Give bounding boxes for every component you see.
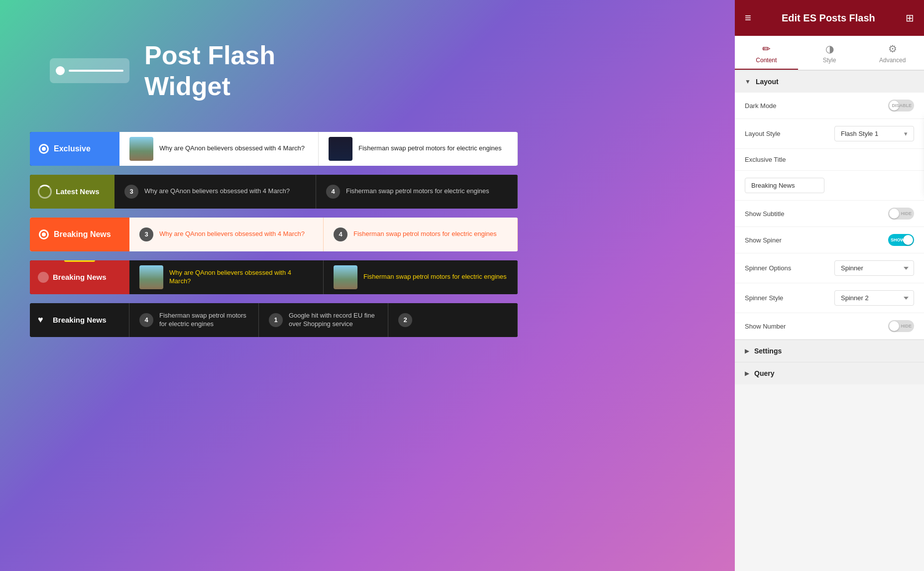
icon-line-decoration <box>69 70 123 72</box>
bar1-news-items: Why are QAnon believers obsessed with 4 … <box>119 132 518 166</box>
bar1-news-item-1: Why are QAnon believers obsessed with 4 … <box>119 132 319 166</box>
settings-section-header[interactable]: ▶ Settings <box>735 340 924 362</box>
flash-bar-5: ♥ Breaking News 4 Fisherman swap petrol … <box>30 303 518 337</box>
bar4-news-items: Why are QAnon believers obsessed with 4 … <box>129 260 518 294</box>
bar2-label-section: Latest News <box>30 175 115 209</box>
bar2-label: Latest News <box>56 187 100 196</box>
spinner-options-select[interactable]: Spinner Spinner 2 Spinner 3 <box>834 260 914 276</box>
right-panel: ≡ Edit ES Posts Flash ⊞ ✏ Content ◑ Styl… <box>735 0 924 571</box>
bar2-news-items: 3 Why are QAnon believers obsessed with … <box>115 175 518 209</box>
bar3-label: Breaking News <box>54 230 111 239</box>
bar3-news-text-2: Fisherman swap petrol motors for electri… <box>353 230 497 238</box>
bar5-num-1: 4 <box>139 313 153 327</box>
tab-content[interactable]: ✏ Content <box>735 36 798 70</box>
hamburger-icon[interactable]: ≡ <box>745 11 751 24</box>
flash-bar-1: Exclusive Why are QAnon believers obsess… <box>30 132 518 166</box>
spinner-toggle-text: SHOW <box>891 237 905 242</box>
query-chevron: ▶ <box>745 370 749 377</box>
show-number-label: Show Number <box>745 323 883 330</box>
exclusive-title-input-row <box>735 171 924 201</box>
number-knob <box>889 321 899 331</box>
bar3-news-item-1: 3 Why are QAnon believers obsessed with … <box>129 218 324 251</box>
bar5-num-2: 1 <box>269 313 283 327</box>
show-spinner-label: Show Spiner <box>745 236 883 244</box>
bar4-news-item-2: Fisherman swap petrol motors for electri… <box>324 260 518 294</box>
dark-mode-row: Dark Mode DISABLE <box>735 93 924 119</box>
spinner-style-row: Spinner Style Spinner 1 Spinner 2 Spinne… <box>735 283 924 313</box>
bar1-label-section: Exclusive <box>30 132 119 166</box>
layout-section-header[interactable]: ▼ Layout <box>735 70 924 93</box>
layout-style-label: Layout Style <box>745 130 829 137</box>
spinner-style-label: Spinner Style <box>745 294 829 302</box>
bar1-news-text-1: Why are QAnon believers obsessed with 4 … <box>159 144 305 153</box>
bar2-news-item-2: 4 Fisherman swap petrol motors for elect… <box>316 175 518 209</box>
query-section-title: Query <box>754 369 774 377</box>
spinner-style-select[interactable]: Spinner 1 Spinner 2 Spinner 3 <box>834 290 914 306</box>
bar5-label: Breaking News <box>53 316 107 324</box>
bar1-thumb-1 <box>129 137 153 161</box>
bar4-label: Breaking News <box>53 273 107 281</box>
exclusive-title-label: Exclusive Title <box>745 156 914 163</box>
show-spinner-toggle[interactable]: SHOW <box>888 234 914 246</box>
style-tab-label: Style <box>823 57 836 64</box>
show-subtitle-row: Show Subtitle HIDE <box>735 201 924 227</box>
bar5-news-text-2: Google hit with record EU fine over Shop… <box>289 312 378 329</box>
bar4-thumb-2 <box>334 265 357 289</box>
tab-advanced[interactable]: ⚙ Advanced <box>861 36 924 70</box>
bar3-label-section: Breaking News <box>30 218 129 251</box>
widget-title: Post FlashWidget <box>144 40 275 102</box>
show-spinner-row: Show Spiner SHOW <box>735 227 924 253</box>
flash-bar-4: Exclusive Breaking News Why are QAnon be… <box>30 260 518 294</box>
bar5-news-item-3: 2 <box>388 303 518 337</box>
icon-circle-decoration <box>56 66 65 75</box>
bar5-num-3: 2 <box>398 313 412 327</box>
tab-bar: ✏ Content ◑ Style ⚙ Advanced <box>735 36 924 70</box>
panel-content: ▼ Layout Dark Mode DISABLE Layout Style … <box>735 70 924 571</box>
bar1-news-item-2: Fisherman swap petrol motors for electri… <box>319 132 518 166</box>
exclusive-title-input[interactable] <box>745 178 824 193</box>
show-subtitle-label: Show Subtitle <box>745 210 883 218</box>
bar4-news-text-2: Fisherman swap petrol motors for electri… <box>363 273 507 281</box>
bar4-label-section: Exclusive Breaking News <box>30 260 129 294</box>
widget-title-area: Post FlashWidget <box>50 40 705 102</box>
dark-mode-label: Dark Mode <box>745 102 883 110</box>
grid-icon[interactable]: ⊞ <box>906 12 914 24</box>
bar4-news-item-1: Why are QAnon believers obsessed with 4 … <box>129 260 324 294</box>
bar5-news-item-1: 4 Fisherman swap petrol motors for elect… <box>129 303 259 337</box>
bar2-news-text-2: Fisherman swap petrol motors for electri… <box>346 187 489 196</box>
show-subtitle-toggle[interactable]: HIDE <box>888 208 914 220</box>
layout-style-row: Layout Style Flash Style 1 ▾ ✓ Flash Sty… <box>735 119 924 149</box>
bar3-news-text-1: Why are QAnon believers obsessed with 4 … <box>159 230 305 238</box>
bar1-news-text-2: Fisherman swap petrol motors for electri… <box>358 144 502 153</box>
panel-header: ≡ Edit ES Posts Flash ⊞ <box>735 0 924 36</box>
bar2-news-text-1: Why are QAnon believers obsessed with 4 … <box>144 187 290 196</box>
settings-chevron: ▶ <box>745 347 749 354</box>
bar2-num-2: 4 <box>326 185 340 199</box>
bar5-heart-icon: ♥ <box>38 315 49 326</box>
subtitle-toggle-text: HIDE <box>901 211 912 216</box>
subtitle-knob <box>889 209 899 219</box>
bar4-thumb-1 <box>139 265 163 289</box>
bar2-num-1: 3 <box>124 185 138 199</box>
show-number-row: Show Number HIDE <box>735 313 924 340</box>
bar5-news-items: 4 Fisherman swap petrol motors for elect… <box>129 303 518 337</box>
exclusive-title-row: Exclusive Title <box>735 149 924 171</box>
bar5-label-section: ♥ Breaking News <box>30 303 129 337</box>
flash-bar-2: Latest News 3 Why are QAnon believers ob… <box>30 175 518 209</box>
panel-title: Edit ES Posts Flash <box>757 12 900 24</box>
spinner-options-label: Spinner Options <box>745 264 829 272</box>
tab-style[interactable]: ◑ Style <box>798 36 861 70</box>
advanced-tab-label: Advanced <box>879 57 906 64</box>
bar1-thumb-2 <box>329 137 352 161</box>
number-toggle-text: HIDE <box>901 324 912 329</box>
flash-bar-3: Breaking News 3 Why are QAnon believers … <box>30 218 518 251</box>
query-section-header[interactable]: ▶ Query <box>735 362 924 384</box>
show-number-toggle[interactable]: HIDE <box>888 320 914 332</box>
bar5-news-item-2: 1 Google hit with record EU fine over Sh… <box>259 303 388 337</box>
canvas-area: Post FlashWidget Exclusive Why are QAnon… <box>0 0 735 571</box>
layout-style-dropdown[interactable]: Flash Style 1 ▾ <box>834 126 914 141</box>
widget-icon <box>50 58 129 83</box>
content-tab-label: Content <box>756 57 777 64</box>
dark-mode-toggle[interactable]: DISABLE <box>888 100 914 112</box>
bar3-radio-icon <box>39 229 49 239</box>
